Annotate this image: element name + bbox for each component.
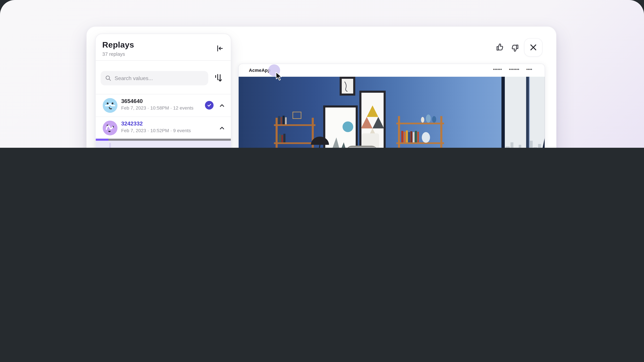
event-list: 10:52 PM Viewed Page 10:52 PM Logged In … [96,141,231,148]
room-scene-illustration [239,77,545,148]
timeline-line [109,143,111,148]
hero-section: ∗∗∗∗∗∗ ∗∗∗∗∗∗ ∗∗∗∗ ∗∗∗∗ **** ****** ****… [239,77,545,148]
sort-button[interactable] [214,73,224,84]
replayed-site-header: AcmeApp ****** ******* **** [239,64,544,77]
nav-item-masked: ******* [509,68,520,72]
session-avatar [103,121,118,135]
close-icon [530,44,537,51]
replays-panel: Replays 37 replays [95,34,231,148]
session-row-expanded[interactable]: 3242332 Feb 7, 2023 · 10:52PM · 9 events [96,117,231,139]
session-id-active: 3242332 [121,121,143,127]
close-button[interactable] [524,38,542,57]
session-row[interactable]: 3654640 Feb 7, 2023 · 10:58PM · 12 event… [96,94,231,116]
event-row-selected[interactable]: 10:52 PM Viewed Page [96,141,231,148]
chevron-up-icon[interactable] [219,103,225,108]
session-progress-fill [96,139,109,141]
collapse-left-icon [215,44,224,53]
session-progress-bar [96,139,231,141]
thumbs-up-icon [495,42,505,52]
replay-viewport: AcmeApp ****** ******* **** [238,64,545,148]
collapse-panel-button[interactable] [215,44,224,53]
watched-badge [205,101,214,109]
nav-item-masked: ****** [493,68,502,72]
page-title: Replays [102,40,224,50]
chevron-up-icon[interactable] [219,126,225,131]
session-avatar [103,98,118,113]
session-meta: Feb 7, 2023 · 10:58PM · 12 events [121,105,193,110]
cursor-pointer-icon [275,72,283,81]
check-icon [207,103,212,108]
site-logo: AcmeApp [249,68,270,73]
thumbs-up-button[interactable] [494,41,506,53]
sort-descending-icon [214,73,223,83]
replay-count: 37 replays [102,51,224,57]
app-canvas: Replays 37 replays [0,0,644,148]
thumbs-down-icon [510,43,520,53]
session-meta: Feb 7, 2023 · 10:52PM · 9 events [121,128,191,133]
search-section [96,61,231,94]
session-id: 3654640 [121,98,143,104]
site-nav: ****** ******* **** [493,68,532,72]
replays-header: Replays 37 replays [96,34,231,60]
search-input[interactable] [100,71,208,85]
nav-item-masked: **** [526,68,532,72]
page-scale-wrapper: Replays 37 replays [0,0,644,148]
thumbs-down-button[interactable] [509,42,520,54]
